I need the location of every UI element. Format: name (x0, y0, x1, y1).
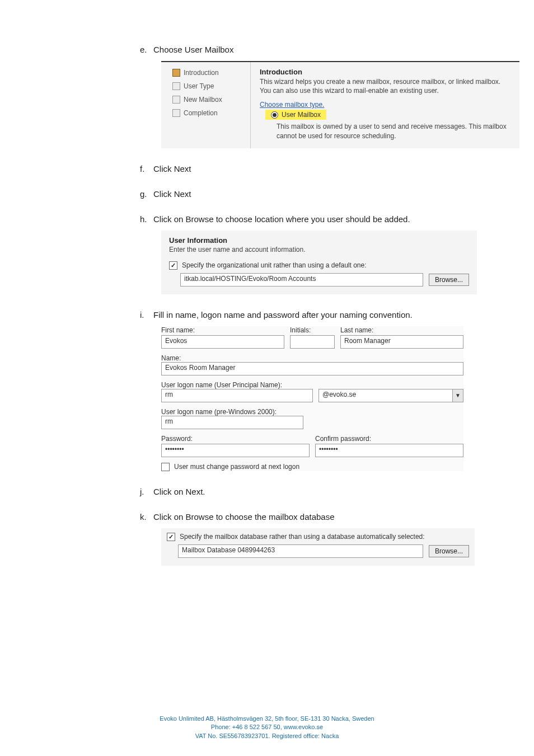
nav-label-user-type: User Type (184, 82, 214, 90)
step-marker-k: k. (140, 512, 153, 522)
figure-introduction-wizard: Introduction User Type New Mailbox Compl… (161, 61, 519, 148)
step-text-i: Fill in name, logon name and password af… (153, 310, 413, 320)
browse-ou-button[interactable]: Browse... (429, 274, 469, 286)
step-text-j: Click on Next. (153, 487, 205, 496)
nav-label-completion: Completion (184, 109, 218, 117)
user-info-header: User Information (169, 236, 469, 245)
footer-line-2-pre: Phone: +46 8 522 567 50, (211, 724, 284, 730)
password-label: Password: (161, 435, 310, 443)
must-change-password-label: User must change password at next logon (174, 463, 299, 471)
footer-line-3: VAT No. SE556783923701. Registered offic… (0, 732, 534, 740)
pre2000-label: User logon name (pre-Windows 2000): (161, 408, 277, 416)
specify-ou-checkbox[interactable] (169, 261, 177, 270)
nav-user-type-icon (172, 82, 180, 90)
pre2000-field[interactable]: rm (161, 416, 303, 429)
step-text-k: Click on Browse to choose the mailbox da… (153, 512, 335, 522)
initials-label: Initials: (290, 326, 335, 334)
password-field[interactable]: •••••••• (161, 444, 310, 457)
choose-mailbox-type-label: Choose mailbox type. (260, 101, 510, 109)
confirm-password-label: Confirm password: (315, 435, 463, 443)
nav-item-introduction[interactable]: Introduction (172, 69, 246, 77)
user-info-subheader: Enter the user name and account informat… (169, 246, 469, 253)
nav-item-new-mailbox[interactable]: New Mailbox (172, 96, 246, 104)
ou-path-field[interactable]: itkab.local/HOSTING/Evoko/Room Accounts (180, 273, 423, 287)
wizard-page-title: Introduction (260, 68, 510, 76)
upn-label: User logon name (User Principal Name): (161, 381, 282, 389)
first-name-label: First name: (161, 326, 284, 334)
radio-selected-icon (271, 111, 278, 119)
user-mailbox-radio-label: User Mailbox (282, 111, 321, 119)
specify-ou-label: Specify the organizational unit rather t… (182, 261, 367, 269)
nav-item-completion[interactable]: Completion (172, 109, 246, 117)
step-text-f: Click Next (153, 164, 191, 173)
must-change-password-checkbox[interactable] (161, 463, 170, 471)
browse-db-button[interactable]: Browse... (429, 545, 469, 557)
chevron-down-icon: ▼ (452, 389, 463, 402)
specify-db-checkbox[interactable] (167, 533, 175, 541)
user-mailbox-radio-desc: This mailbox is owned by a user to send … (277, 122, 510, 140)
step-marker-h: h. (140, 214, 153, 224)
nav-completion-icon (172, 109, 180, 117)
last-name-label: Last name: (340, 326, 463, 334)
name-field[interactable]: Evokos Room Manager (161, 362, 463, 375)
initials-field[interactable] (290, 335, 335, 349)
name-label: Name: (161, 354, 181, 362)
footer-line-1: Evoko Unlimited AB, Hästholmsvägen 32, 5… (0, 715, 534, 723)
wizard-nav: Introduction User Type New Mailbox Compl… (161, 62, 251, 148)
first-name-field[interactable]: Evokos (161, 335, 284, 349)
wizard-page-desc: This wizard helps you create a new mailb… (260, 77, 510, 95)
step-marker-f: f. (140, 164, 153, 173)
nav-item-user-type[interactable]: User Type (172, 82, 246, 90)
figure-user-information: User Information Enter the user name and… (161, 231, 477, 294)
footer-website-link[interactable]: www.evoko.se (284, 724, 323, 730)
step-marker-j: j. (140, 487, 153, 496)
step-text-h: Click on Browse to choose location where… (153, 214, 410, 224)
nav-introduction-icon (172, 69, 180, 77)
nav-label-new-mailbox: New Mailbox (184, 96, 222, 104)
db-name-field[interactable]: Mailbox Database 0489944263 (178, 544, 423, 558)
upn-domain-select[interactable]: @evoko.se ▼ (318, 389, 463, 402)
specify-db-label: Specify the mailbox database rather than… (180, 533, 425, 541)
nav-new-mailbox-icon (172, 96, 180, 104)
figure-user-name-form: First name: Evokos Initials: Last name: … (161, 326, 463, 471)
step-text-e: Choose User Mailbox (153, 45, 233, 54)
step-marker-e: e. (140, 45, 153, 54)
step-marker-g: g. (140, 189, 153, 199)
step-marker-i: i. (140, 310, 153, 320)
upn-domain-value: @evoko.se (319, 389, 452, 402)
upn-user-field[interactable]: rm (161, 389, 313, 402)
figure-mailbox-database: Specify the mailbox database rather than… (161, 528, 475, 566)
page-footer: Evoko Unlimited AB, Hästholmsvägen 32, 5… (0, 715, 534, 740)
nav-label-introduction: Introduction (184, 69, 219, 77)
step-text-g: Click Next (153, 189, 191, 199)
last-name-field[interactable]: Room Manager (340, 335, 463, 349)
user-mailbox-radio[interactable]: User Mailbox (265, 110, 326, 120)
confirm-password-field[interactable]: •••••••• (315, 444, 463, 457)
